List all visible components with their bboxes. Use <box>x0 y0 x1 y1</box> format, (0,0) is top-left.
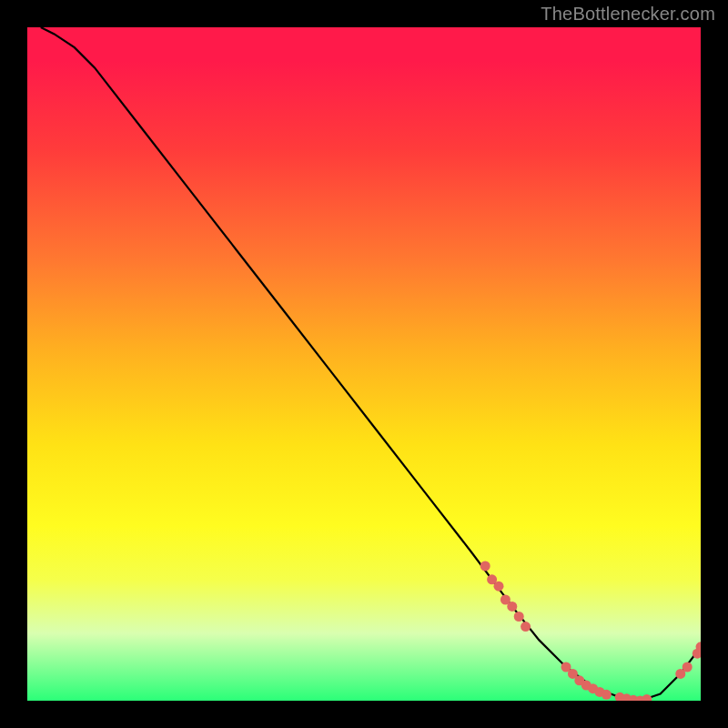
marker-dot <box>514 612 524 622</box>
chart-plot-area <box>27 27 701 701</box>
marker-dot <box>642 694 652 701</box>
marker-dot <box>480 561 490 571</box>
marker-dot <box>682 662 693 672</box>
chart-markers <box>480 561 701 702</box>
marker-dot <box>494 581 504 592</box>
attribution-text: TheBottlenecker.com <box>541 4 715 25</box>
marker-dot <box>521 622 531 632</box>
marker-dot <box>602 690 612 700</box>
marker-dot <box>507 602 517 612</box>
chart-curve <box>41 27 701 701</box>
chart-overlay-svg <box>27 27 701 701</box>
